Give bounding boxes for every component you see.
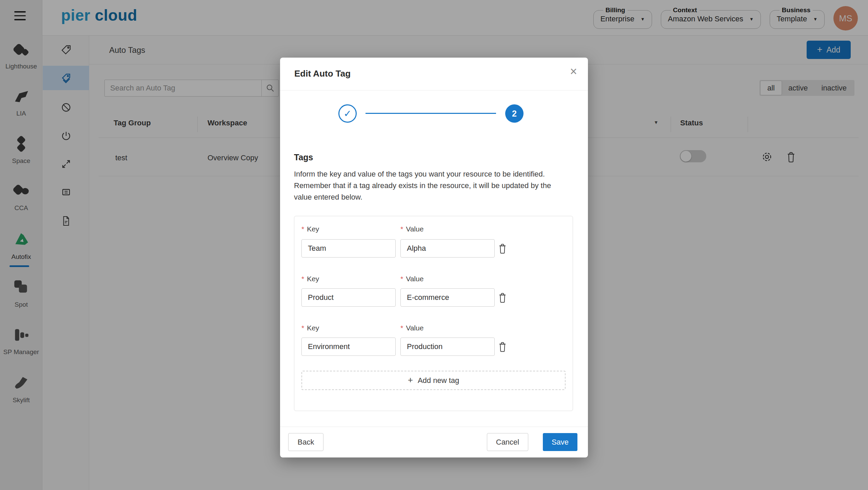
trash-icon [498, 342, 507, 352]
required-asterisk: * [301, 275, 304, 283]
tags-form-container: *Key *Value *Key *Value [294, 216, 573, 411]
save-button[interactable]: Save [543, 433, 577, 451]
plus-icon: + [408, 375, 413, 385]
add-new-tag-button[interactable]: + Add new tag [301, 371, 566, 390]
value-label: *Value [400, 225, 423, 233]
delete-tag-row-button[interactable] [498, 342, 507, 352]
key-label: *Key [301, 225, 319, 233]
delete-tag-row-button[interactable] [498, 243, 507, 254]
tag-value-input[interactable] [400, 288, 495, 307]
tag-key-input[interactable] [301, 288, 396, 307]
app-root: Lighthouse LIA Space CCA Autofix [0, 0, 868, 490]
tag-key-input[interactable] [301, 239, 396, 258]
cancel-button[interactable]: Cancel [487, 433, 528, 451]
tags-section-description: Inform the key and value of the tags you… [294, 168, 551, 203]
value-label: *Value [400, 275, 423, 283]
modal-footer-divider [280, 427, 588, 427]
step-2-current: 2 [505, 104, 524, 123]
check-icon: ✓ [343, 108, 351, 119]
required-asterisk: * [400, 225, 403, 233]
key-label: *Key [301, 324, 319, 332]
required-asterisk: * [400, 324, 403, 332]
key-label: *Key [301, 275, 319, 283]
description-line: Remember that if a tag already exists in… [294, 180, 551, 191]
trash-icon [498, 243, 507, 254]
required-asterisk: * [400, 275, 403, 283]
required-asterisk: * [301, 324, 304, 332]
step-1-completed: ✓ [338, 104, 357, 123]
description-line: value entered below. [294, 191, 551, 203]
required-asterisk: * [301, 225, 304, 233]
edit-auto-tag-modal: Edit Auto Tag × ✓ 2 Tags Inform the key … [280, 58, 588, 457]
trash-icon [498, 292, 507, 303]
tags-section-title: Tags [294, 152, 313, 162]
modal-close-button[interactable]: × [568, 65, 579, 78]
value-label: *Value [400, 324, 423, 332]
tag-value-input[interactable] [400, 239, 495, 258]
tag-key-input[interactable] [301, 338, 396, 356]
delete-tag-row-button[interactable] [498, 292, 507, 303]
modal-title: Edit Auto Tag [294, 68, 351, 79]
stepper-connector [366, 113, 496, 114]
back-button[interactable]: Back [288, 433, 323, 451]
tag-value-input[interactable] [400, 338, 495, 356]
modal-header-divider [280, 90, 588, 90]
description-line: Inform the key and value of the tags you… [294, 168, 551, 180]
close-icon: × [570, 64, 577, 78]
